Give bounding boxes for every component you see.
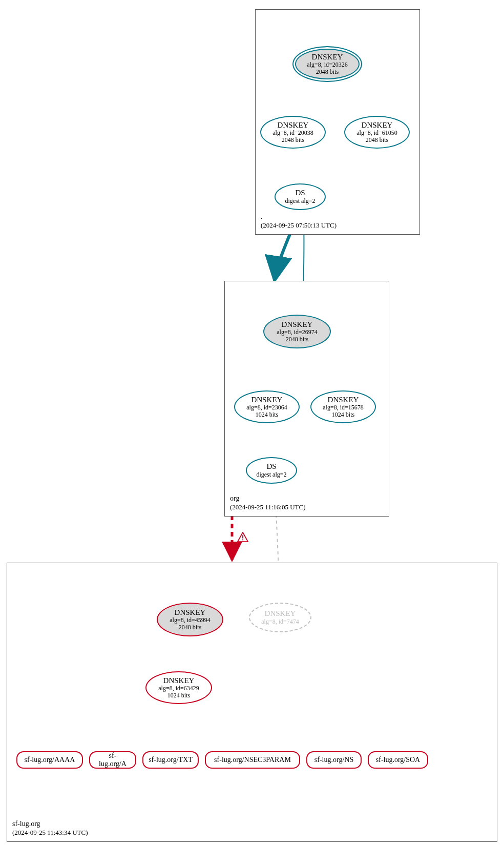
zone-leaf: sf-lug.org (2024-09-25 11:43:34 UTC): [7, 563, 497, 842]
rrset-label: sf-lug.org/A: [95, 752, 130, 768]
node-alg: digest alg=2: [256, 471, 286, 479]
zone-root-timestamp: (2024-09-25 07:50:13 UTC): [261, 221, 337, 230]
node-root-zsk2: DNSKEY alg=8, id=61050 2048 bits: [344, 116, 410, 149]
node-title: DNSKEY: [251, 396, 283, 404]
node-org-zsk1: DNSKEY alg=8, id=23064 1024 bits: [234, 390, 300, 423]
svg-rect-1: [242, 540, 243, 541]
node-leaf-zsk: DNSKEY alg=8, id=63429 1024 bits: [145, 671, 212, 704]
node-bits: 2048 bits: [366, 137, 388, 144]
rrset-soa: sf-lug.org/SOA: [368, 751, 428, 769]
rrset-nsec3param: sf-lug.org/NSEC3PARAM: [205, 751, 300, 769]
node-root-ksk: DNSKEY alg=8, id=20326 2048 bits: [292, 46, 362, 82]
node-org-zsk2: DNSKEY alg=8, id=15678 1024 bits: [310, 390, 376, 423]
zone-root-name: .: [261, 212, 337, 221]
node-bits: 1024 bits: [256, 411, 278, 419]
node-alg: digest alg=2: [285, 198, 315, 205]
node-root-zsk1: DNSKEY alg=8, id=20038 2048 bits: [260, 116, 326, 149]
node-alg: alg=8, id=61050: [356, 130, 397, 137]
rrset-label: sf-lug.org/NS: [314, 756, 353, 764]
node-title: DNSKEY: [163, 676, 195, 685]
node-alg: alg=8, id=20326: [307, 61, 348, 69]
rrset-label: sf-lug.org/SOA: [376, 756, 420, 764]
node-title: DNSKEY: [278, 121, 309, 130]
node-title: DNSKEY: [362, 121, 393, 130]
node-title: DNSKEY: [328, 396, 359, 404]
node-alg: alg=8, id=63429: [158, 685, 199, 692]
node-alg: alg=8, id=45994: [170, 617, 211, 624]
rrset-a: sf-lug.org/A: [89, 751, 136, 769]
node-title: DNSKEY: [175, 608, 206, 617]
node-alg: alg=8, id=15678: [323, 404, 364, 411]
node-bits: 1024 bits: [167, 692, 190, 699]
node-title: DS: [295, 189, 305, 197]
node-bits: 1024 bits: [332, 411, 354, 419]
rrset-label: sf-lug.org/TXT: [149, 756, 193, 764]
zone-root-label: . (2024-09-25 07:50:13 UTC): [261, 212, 337, 230]
rrset-ns: sf-lug.org/NS: [306, 751, 362, 769]
node-bits: 2048 bits: [179, 624, 201, 631]
node-alg: alg=8, id=23064: [246, 404, 287, 411]
rrset-aaaa: sf-lug.org/AAAA: [16, 751, 83, 769]
zone-org-label: org (2024-09-25 11:16:05 UTC): [230, 494, 306, 512]
node-alg: alg=8, id=26974: [277, 329, 318, 336]
node-title: DNSKEY: [265, 609, 296, 618]
warning-icon: [237, 532, 248, 542]
node-title: DNSKEY: [312, 53, 343, 61]
node-bits: 2048 bits: [286, 336, 308, 343]
node-alg: alg=8, id=20038: [272, 130, 313, 137]
node-title: DS: [266, 462, 276, 471]
node-leaf-ksk: DNSKEY alg=8, id=45994 2048 bits: [157, 603, 223, 636]
rrset-label: sf-lug.org/NSEC3PARAM: [214, 756, 291, 764]
node-title: DNSKEY: [282, 320, 313, 329]
node-org-ksk: DNSKEY alg=8, id=26974 2048 bits: [263, 315, 331, 348]
zone-leaf-name: sf-lug.org: [12, 819, 88, 829]
node-alg: alg=8, id=7474: [261, 618, 299, 626]
node-bits: 2048 bits: [282, 137, 304, 144]
rrset-label: sf-lug.org/AAAA: [25, 756, 75, 764]
zone-org-name: org: [230, 494, 306, 503]
zone-leaf-label: sf-lug.org (2024-09-25 11:43:34 UTC): [12, 819, 88, 837]
dnssec-graph: . (2024-09-25 07:50:13 UTC) DNSKEY alg=8…: [4, 4, 500, 860]
node-org-ds: DS digest alg=2: [246, 457, 297, 484]
zone-leaf-timestamp: (2024-09-25 11:43:34 UTC): [12, 829, 88, 837]
rrset-txt: sf-lug.org/TXT: [142, 751, 199, 769]
node-root-ds: DS digest alg=2: [275, 183, 326, 210]
node-bits: 2048 bits: [316, 69, 339, 76]
node-leaf-missing-dnskey: DNSKEY alg=8, id=7474: [249, 603, 311, 632]
zone-org-timestamp: (2024-09-25 11:16:05 UTC): [230, 503, 306, 512]
svg-rect-0: [242, 535, 243, 538]
